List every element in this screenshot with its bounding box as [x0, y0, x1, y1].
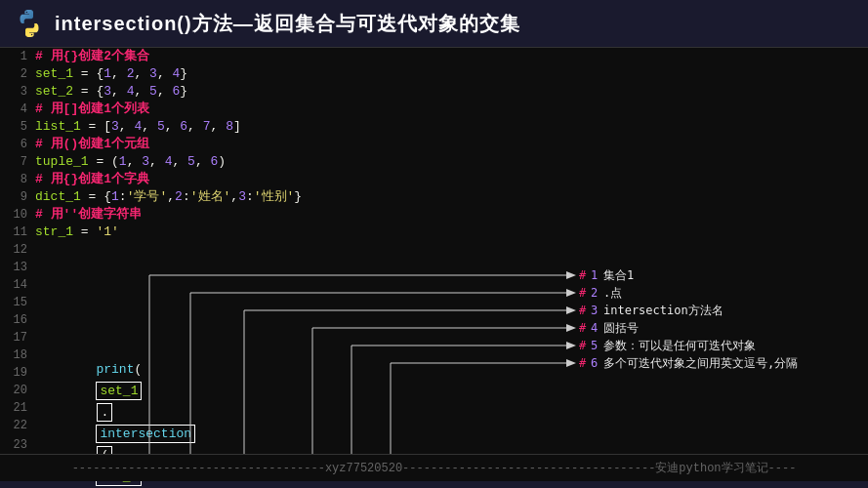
footer-text: ------------------------------------xyz7… — [72, 460, 797, 476]
code-line-7: 7 tuple_1 = (1, 3, 4, 5, 6) — [0, 153, 868, 171]
code-line-6: 6 # 用()创建1个元组 — [0, 136, 868, 153]
highlight-dot: . — [97, 403, 112, 422]
page-title: intersection()方法—返回集合与可迭代对象的交集 — [55, 11, 520, 37]
code-line-10: 10 # 用''创建字符串 — [0, 206, 868, 224]
python-logo-icon — [14, 8, 45, 39]
footer: ------------------------------------xyz7… — [0, 454, 868, 481]
code-line-9: 9 dict_1 = {1:'学号',2:'姓名',3:'性别'} — [0, 188, 868, 206]
code-line-14: 14 — [0, 276, 868, 294]
code-line-11: 11 str_1 = '1' — [0, 224, 868, 241]
code-line-4: 4 # 用[]创建1个列表 — [0, 101, 868, 118]
code-line-3: 3 set_2 = {3, 4, 5, 6} — [0, 83, 868, 101]
code-line-12: 12 — [0, 241, 868, 259]
code-line-15: 15 — [0, 294, 868, 311]
header: intersection()方法—返回集合与可迭代对象的交集 — [0, 0, 868, 48]
code-line-13: 13 — [0, 259, 868, 276]
code-line-16: 16 — [0, 311, 868, 329]
highlight-intersection: intersection — [96, 425, 195, 443]
code-line-23: 23 print( set_1 . intersection ( set_2 ,… — [0, 434, 868, 456]
code-line-1: 1 # 用{}创建2个集合 — [0, 48, 868, 65]
highlight-set1: set_1 — [96, 382, 142, 400]
code-block: 1 # 用{}创建2个集合 2 set_1 = {1, 2, 3, 4} 3 s… — [0, 48, 868, 473]
main-content: 1 # 用{}创建2个集合 2 set_1 = {1, 2, 3, 4} 3 s… — [0, 48, 868, 481]
code-line-8: 8 # 用{}创建1个字典 — [0, 171, 868, 188]
code-line-2: 2 set_1 = {1, 2, 3, 4} — [0, 65, 868, 83]
code-line-5: 5 list_1 = [3, 4, 5, 6, 7, 8] — [0, 118, 868, 136]
